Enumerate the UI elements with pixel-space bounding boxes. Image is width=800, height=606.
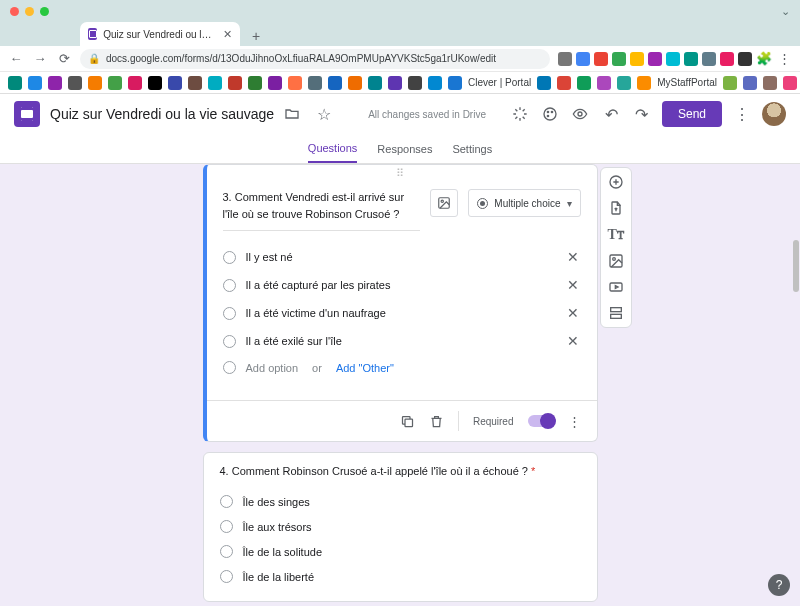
add-question-icon[interactable] (608, 174, 624, 190)
add-other-button[interactable]: Add "Other" (336, 362, 394, 374)
bookmark-icon[interactable] (537, 76, 551, 90)
window-close-button[interactable] (10, 7, 19, 16)
tab-close-icon[interactable]: ✕ (223, 28, 232, 41)
new-tab-button[interactable]: + (246, 26, 266, 46)
bookmark-icon[interactable] (128, 76, 142, 90)
bookmark-icon[interactable] (617, 76, 631, 90)
extension-icon[interactable] (558, 52, 572, 66)
browser-tab[interactable]: Quiz sur Vendredi ou la vie sau… ✕ (80, 22, 240, 46)
bookmark-icon[interactable] (577, 76, 591, 90)
forms-logo-icon[interactable] (14, 101, 40, 127)
question-card[interactable]: 4. Comment Robinson Crusoé a-t-il appelé… (203, 452, 598, 602)
option-text[interactable]: Il y est né (246, 251, 555, 263)
addons-icon[interactable] (512, 106, 532, 122)
extension-icon[interactable] (648, 52, 662, 66)
extension-icon[interactable] (576, 52, 590, 66)
import-questions-icon[interactable] (608, 200, 624, 216)
nav-forward-icon[interactable]: → (32, 51, 48, 66)
extension-icon[interactable] (684, 52, 698, 66)
bookmark-mystaff-icon[interactable] (637, 76, 651, 90)
undo-icon[interactable]: ↶ (602, 105, 622, 124)
bookmark-icon[interactable] (288, 76, 302, 90)
option-row[interactable]: Il a été exilé sur l'île ✕ (223, 327, 581, 355)
question-type-dropdown[interactable]: Multiple choice ▾ (468, 189, 580, 217)
bookmark-icon[interactable] (48, 76, 62, 90)
extension-icon[interactable] (738, 52, 752, 66)
bookmark-icon[interactable] (408, 76, 422, 90)
nav-reload-icon[interactable]: ⟳ (56, 51, 72, 66)
option-row[interactable]: Il y est né ✕ (223, 243, 581, 271)
tab-settings[interactable]: Settings (452, 134, 492, 163)
extension-icon[interactable] (666, 52, 680, 66)
bookmark-icon[interactable] (168, 76, 182, 90)
bookmark-icon[interactable] (763, 76, 777, 90)
extensions-menu-icon[interactable]: 🧩 (756, 51, 772, 66)
question-card-active[interactable]: ⠿ 3. Comment Vendredi est-il arrivé sur … (203, 164, 598, 442)
more-options-icon[interactable]: ⋮ (568, 414, 581, 429)
move-folder-icon[interactable] (284, 106, 304, 122)
bookmark-clever-icon[interactable] (448, 76, 462, 90)
bookmark-icon[interactable] (8, 76, 22, 90)
send-button[interactable]: Send (662, 101, 722, 127)
add-title-icon[interactable]: Tᴛ (607, 226, 624, 243)
add-image-button[interactable] (430, 189, 458, 217)
bookmark-icon[interactable] (783, 76, 797, 90)
bookmark-icon[interactable] (597, 76, 611, 90)
drag-handle-icon[interactable]: ⠿ (207, 165, 597, 177)
document-title[interactable]: Quiz sur Vendredi ou la vie sauvage (50, 106, 274, 122)
bookmark-label[interactable]: MyStaffPortal (657, 77, 717, 88)
bookmark-icon[interactable] (388, 76, 402, 90)
palette-icon[interactable] (542, 106, 562, 122)
remove-option-icon[interactable]: ✕ (565, 333, 581, 349)
bookmark-icon[interactable] (743, 76, 757, 90)
bookmark-icon[interactable] (228, 76, 242, 90)
remove-option-icon[interactable]: ✕ (565, 305, 581, 321)
bookmark-icon[interactable] (308, 76, 322, 90)
star-icon[interactable]: ☆ (314, 105, 334, 124)
add-option-button[interactable]: Add option (246, 362, 299, 374)
window-minimize-button[interactable] (25, 7, 34, 16)
duplicate-icon[interactable] (400, 414, 415, 429)
required-toggle[interactable] (528, 415, 554, 427)
tab-questions[interactable]: Questions (308, 134, 358, 163)
question-title-input[interactable]: 3. Comment Vendredi est-il arrivé sur l'… (223, 189, 421, 231)
bookmark-icon[interactable] (557, 76, 571, 90)
nav-back-icon[interactable]: ← (8, 51, 24, 66)
help-button[interactable]: ? (768, 574, 790, 596)
browser-menu-icon[interactable]: ⋮ (776, 51, 792, 66)
option-row[interactable]: Il a été capturé par les pirates ✕ (223, 271, 581, 299)
bookmark-icon[interactable] (268, 76, 282, 90)
extension-icon[interactable] (720, 52, 734, 66)
delete-icon[interactable] (429, 414, 444, 429)
extension-icon[interactable] (612, 52, 626, 66)
redo-icon[interactable]: ↷ (632, 105, 652, 124)
extension-icon[interactable] (630, 52, 644, 66)
option-text[interactable]: Il a été exilé sur l'île (246, 335, 555, 347)
window-zoom-button[interactable] (40, 7, 49, 16)
option-text[interactable]: Il a été victime d'un naufrage (246, 307, 555, 319)
bookmark-icon[interactable] (68, 76, 82, 90)
remove-option-icon[interactable]: ✕ (565, 277, 581, 293)
account-avatar[interactable] (762, 102, 786, 126)
preview-icon[interactable] (572, 106, 592, 122)
tab-responses[interactable]: Responses (377, 134, 432, 163)
bookmark-icon[interactable] (88, 76, 102, 90)
bookmark-label[interactable]: Clever | Portal (468, 77, 531, 88)
option-text[interactable]: Il a été capturé par les pirates (246, 279, 555, 291)
remove-option-icon[interactable]: ✕ (565, 249, 581, 265)
bookmark-icon[interactable] (188, 76, 202, 90)
bookmark-icon[interactable] (248, 76, 262, 90)
bookmark-icon[interactable] (348, 76, 362, 90)
extension-icon[interactable] (594, 52, 608, 66)
bookmark-icon[interactable] (148, 76, 162, 90)
extension-icon[interactable] (702, 52, 716, 66)
option-row[interactable]: Il a été victime d'un naufrage ✕ (223, 299, 581, 327)
bookmark-icon[interactable] (328, 76, 342, 90)
add-image-icon[interactable] (608, 253, 624, 269)
add-section-icon[interactable] (608, 305, 624, 321)
bookmark-icon[interactable] (368, 76, 382, 90)
bookmark-icon[interactable] (208, 76, 222, 90)
bookmark-icon[interactable] (428, 76, 442, 90)
address-bar[interactable]: 🔒 docs.google.com/forms/d/13OduJihnoOxLf… (80, 49, 550, 69)
scrollbar-thumb[interactable] (793, 240, 799, 292)
